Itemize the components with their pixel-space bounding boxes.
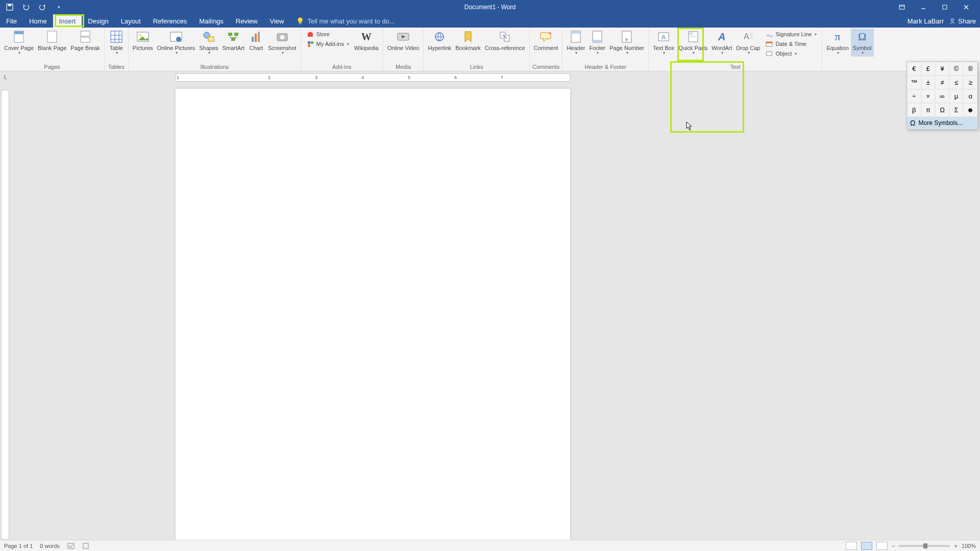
symbol-alpha[interactable]: α [963, 89, 977, 103]
close-icon[interactable] [958, 2, 975, 12]
qat-customize-icon[interactable]: ▾ [54, 3, 63, 12]
symbol-plusminus[interactable]: ± [921, 76, 936, 89]
hyperlink-label: Hyperlink [428, 45, 451, 51]
zoom-slider[interactable] [899, 545, 950, 547]
my-addins-button[interactable]: My Add-ins [305, 39, 350, 48]
maximize-icon[interactable] [936, 2, 953, 12]
web-layout-button[interactable] [876, 542, 888, 550]
symbol-omega[interactable]: Ω [935, 103, 949, 117]
screenshot-button[interactable]: Screenshot [266, 29, 299, 57]
tab-home[interactable]: Home [23, 14, 53, 28]
symbol-trademark[interactable]: ™ [907, 76, 921, 89]
tab-layout[interactable]: Layout [115, 14, 147, 28]
save-icon[interactable] [5, 3, 14, 12]
hyperlink-button[interactable]: Hyperlink [426, 29, 453, 52]
symbol-smiley[interactable]: ☻ [963, 103, 977, 117]
minimize-icon[interactable] [915, 2, 932, 12]
signature-line-button[interactable]: Signature Line [764, 30, 818, 39]
zoom-in-button[interactable]: + [954, 543, 957, 549]
tab-view[interactable]: View [263, 14, 290, 28]
undo-icon[interactable] [21, 3, 31, 12]
tab-insert[interactable]: Insert [53, 14, 82, 28]
smartart-icon [226, 30, 240, 44]
online-pictures-button[interactable]: Online Pictures [155, 29, 198, 57]
drop-cap-button[interactable]: A Drop Cap [734, 29, 762, 57]
tab-review[interactable]: Review [230, 14, 264, 28]
symbol-multiply[interactable]: × [921, 89, 936, 103]
tab-references[interactable]: References [147, 14, 193, 28]
symbol-sigma[interactable]: Σ [949, 103, 964, 117]
read-mode-button[interactable] [846, 542, 857, 550]
share-button[interactable]: Share [949, 17, 976, 25]
symbol-pi[interactable]: π [921, 103, 936, 117]
vertical-ruler[interactable] [1, 90, 9, 540]
tell-me-search[interactable]: 💡 Tell me what you want to do... [290, 14, 395, 28]
redo-icon[interactable] [38, 3, 47, 12]
symbol-label: Symbol [853, 45, 872, 51]
signature-line-label: Signature Line [775, 31, 812, 37]
online-video-button[interactable]: Online Video [385, 29, 422, 52]
wikipedia-button[interactable]: W Wikipedia [352, 29, 381, 52]
spellcheck-icon[interactable] [67, 542, 75, 549]
svg-rect-3 [943, 5, 947, 9]
addins-icon [306, 40, 314, 48]
blank-page-button[interactable]: Blank Page [36, 29, 68, 52]
smartart-label: SmartArt [223, 45, 244, 51]
tab-selector[interactable]: L [4, 74, 7, 80]
table-button[interactable]: Table [107, 29, 126, 57]
symbol-gte[interactable]: ≥ [963, 76, 977, 89]
pictures-button[interactable]: Pictures [131, 29, 155, 52]
zoom-level[interactable]: 100% [962, 543, 976, 549]
svg-point-4 [951, 19, 954, 21]
bookmark-button[interactable]: Bookmark [453, 29, 483, 52]
page-indicator[interactable]: Page 1 of 1 [4, 543, 33, 549]
symbol-copyright[interactable]: © [949, 62, 964, 76]
date-time-button[interactable]: Date & Time [764, 39, 818, 48]
store-button[interactable]: Store [305, 30, 350, 39]
footer-icon [590, 30, 604, 44]
symbol-button[interactable]: Ω Symbol [851, 29, 874, 57]
symbol-notequal[interactable]: ≠ [935, 76, 949, 89]
document-page[interactable] [176, 89, 570, 540]
object-button[interactable]: Object [764, 49, 818, 58]
print-layout-button[interactable] [861, 542, 872, 550]
symbol-yen[interactable]: ¥ [935, 62, 949, 76]
cross-reference-button[interactable]: Cross-reference [483, 29, 527, 52]
header-button[interactable]: Header [565, 29, 587, 57]
cover-page-button[interactable]: Cover Page [2, 29, 36, 57]
page-break-label: Page Break [70, 45, 100, 51]
footer-button[interactable]: Footer [587, 29, 607, 57]
horizontal-ruler[interactable]: 1 2 3 4 5 6 7 [176, 73, 570, 82]
symbol-infinity[interactable]: ∞ [935, 89, 949, 103]
word-count[interactable]: 0 words [40, 543, 60, 549]
zoom-out-button[interactable]: − [892, 543, 895, 549]
tab-design[interactable]: Design [82, 14, 114, 28]
wordart-button[interactable]: A WordArt [709, 29, 734, 57]
quick-parts-icon [686, 30, 700, 44]
comment-button[interactable]: + Comment [532, 29, 560, 52]
chart-button[interactable]: Chart [247, 29, 266, 52]
shapes-button[interactable]: Shapes [197, 29, 220, 57]
user-name[interactable]: Mark LaBarr [908, 17, 944, 25]
text-box-button[interactable]: A Text Box [651, 29, 676, 57]
symbol-beta[interactable]: β [907, 103, 921, 117]
page-break-button[interactable]: Page Break [68, 29, 102, 52]
symbol-euro[interactable]: € [907, 62, 921, 76]
macro-icon[interactable] [82, 542, 89, 549]
svg-rect-43 [690, 33, 693, 35]
quick-parts-button[interactable]: Quick Parts [676, 29, 709, 57]
tab-mailings[interactable]: Mailings [193, 14, 230, 28]
tab-file[interactable]: File [0, 14, 23, 28]
symbol-registered[interactable]: ® [963, 62, 977, 76]
blank-page-icon [45, 30, 59, 44]
equation-button[interactable]: π Equation [824, 29, 850, 57]
symbol-micro[interactable]: µ [949, 89, 964, 103]
symbol-pound[interactable]: £ [921, 62, 936, 76]
ribbon-display-options-icon[interactable] [893, 2, 911, 12]
symbol-divide[interactable]: ÷ [907, 89, 921, 103]
more-symbols-button[interactable]: Ω More Symbols... [907, 117, 977, 129]
symbol-lte[interactable]: ≤ [949, 76, 964, 89]
smartart-button[interactable]: SmartArt [220, 29, 247, 52]
chart-label: Chart [249, 45, 263, 51]
page-number-button[interactable]: # Page Number [607, 29, 646, 57]
